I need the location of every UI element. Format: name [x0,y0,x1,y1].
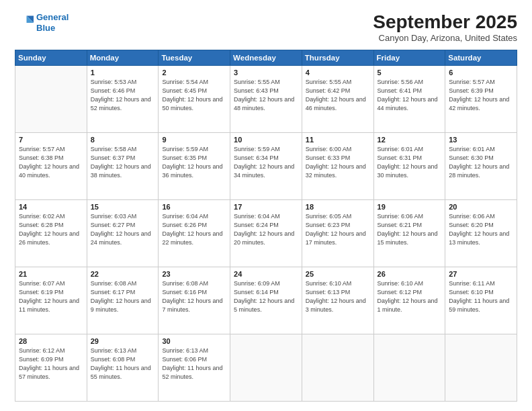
calendar-cell: 25 Sunrise: 6:10 AMSunset: 6:13 PMDaylig… [302,267,373,334]
day-info: Sunrise: 6:07 AMSunset: 6:19 PMDaylight:… [19,280,79,313]
calendar-header-row: Sunday Monday Tuesday Wednesday Thursday… [15,50,517,65]
day-number: 14 [19,203,83,211]
day-info: Sunrise: 5:56 AMSunset: 6:41 PMDaylight:… [378,79,438,111]
day-number: 30 [162,337,226,345]
day-number: 29 [91,337,155,345]
calendar-cell [302,334,373,401]
calendar-cell: 6 Sunrise: 5:57 AMSunset: 6:39 PMDayligh… [445,65,517,132]
calendar-cell: 5 Sunrise: 5:56 AMSunset: 6:41 PMDayligh… [373,65,445,132]
day-number: 22 [91,270,155,278]
day-info: Sunrise: 6:02 AMSunset: 6:28 PMDaylight:… [19,213,79,246]
calendar-cell: 28 Sunrise: 6:12 AMSunset: 6:09 PMDaylig… [15,334,87,401]
day-number: 7 [19,136,83,144]
day-info: Sunrise: 6:09 AMSunset: 6:14 PMDaylight:… [234,280,294,313]
calendar-cell: 1 Sunrise: 5:53 AMSunset: 6:46 PMDayligh… [87,65,159,132]
calendar-cell [373,334,445,401]
calendar-cell: 7 Sunrise: 5:57 AMSunset: 6:38 PMDayligh… [15,132,87,199]
logo-icon [15,13,34,32]
logo-line2: Blue [36,23,55,33]
day-number: 21 [19,270,83,278]
header-monday: Monday [87,50,159,65]
page: General Blue September 2025 Canyon Day, … [0,0,532,411]
day-number: 23 [162,270,226,278]
calendar-cell: 17 Sunrise: 6:04 AMSunset: 6:24 PMDaylig… [230,199,302,267]
day-info: Sunrise: 5:57 AMSunset: 6:38 PMDaylight:… [19,146,79,179]
day-info: Sunrise: 6:12 AMSunset: 6:09 PMDaylight:… [19,347,79,380]
day-number: 28 [19,337,83,345]
day-number: 18 [306,203,370,211]
header-tuesday: Tuesday [159,50,230,65]
day-number: 16 [162,203,226,211]
day-info: Sunrise: 6:08 AMSunset: 6:17 PMDaylight:… [91,280,151,313]
day-number: 8 [91,136,155,144]
calendar-cell: 11 Sunrise: 6:00 AMSunset: 6:33 PMDaylig… [302,132,373,199]
calendar-cell: 18 Sunrise: 6:05 AMSunset: 6:23 PMDaylig… [302,199,373,267]
day-info: Sunrise: 6:03 AMSunset: 6:27 PMDaylight:… [91,213,151,246]
day-info: Sunrise: 6:10 AMSunset: 6:13 PMDaylight:… [306,280,366,313]
calendar-cell: 13 Sunrise: 6:01 AMSunset: 6:30 PMDaylig… [445,132,517,199]
day-info: Sunrise: 5:55 AMSunset: 6:42 PMDaylight:… [306,79,366,111]
day-info: Sunrise: 6:01 AMSunset: 6:30 PMDaylight:… [449,146,509,179]
day-number: 25 [306,270,370,278]
calendar-cell: 2 Sunrise: 5:54 AMSunset: 6:45 PMDayligh… [159,65,230,132]
header-wednesday: Wednesday [230,50,302,65]
calendar-cell [230,334,302,401]
day-info: Sunrise: 5:59 AMSunset: 6:35 PMDaylight:… [162,146,222,179]
day-number: 17 [234,203,298,211]
calendar-cell: 15 Sunrise: 6:03 AMSunset: 6:27 PMDaylig… [87,199,159,267]
day-number: 3 [234,68,298,77]
calendar-week-2: 14 Sunrise: 6:02 AMSunset: 6:28 PMDaylig… [15,199,517,267]
day-number: 2 [162,68,226,77]
day-info: Sunrise: 6:13 AMSunset: 6:08 PMDaylight:… [91,347,151,380]
calendar-cell [15,65,87,132]
day-number: 9 [162,136,226,144]
day-number: 11 [306,136,370,144]
day-number: 4 [306,68,370,77]
calendar-cell: 19 Sunrise: 6:06 AMSunset: 6:21 PMDaylig… [373,199,445,267]
calendar-cell: 23 Sunrise: 6:08 AMSunset: 6:16 PMDaylig… [159,267,230,334]
calendar-cell: 12 Sunrise: 6:01 AMSunset: 6:31 PMDaylig… [373,132,445,199]
day-number: 24 [234,270,298,278]
day-info: Sunrise: 6:13 AMSunset: 6:06 PMDaylight:… [162,347,222,380]
calendar-cell: 24 Sunrise: 6:09 AMSunset: 6:14 PMDaylig… [230,267,302,334]
logo-text: General Blue [36,12,69,33]
page-subtitle: Canyon Day, Arizona, United States [373,33,517,43]
day-number: 10 [234,136,298,144]
day-number: 13 [449,136,513,144]
calendar-cell: 16 Sunrise: 6:04 AMSunset: 6:26 PMDaylig… [159,199,230,267]
calendar-cell: 29 Sunrise: 6:13 AMSunset: 6:08 PMDaylig… [87,334,159,401]
calendar-cell: 27 Sunrise: 6:11 AMSunset: 6:10 PMDaylig… [445,267,517,334]
logo-line1: General [36,12,69,22]
header-thursday: Thursday [302,50,373,65]
calendar-week-1: 7 Sunrise: 5:57 AMSunset: 6:38 PMDayligh… [15,132,517,199]
calendar-cell: 20 Sunrise: 6:06 AMSunset: 6:20 PMDaylig… [445,199,517,267]
calendar-cell: 4 Sunrise: 5:55 AMSunset: 6:42 PMDayligh… [302,65,373,132]
page-title: September 2025 [373,12,517,33]
day-number: 26 [378,270,442,278]
day-info: Sunrise: 6:06 AMSunset: 6:20 PMDaylight:… [449,213,509,246]
day-number: 12 [378,136,442,144]
day-info: Sunrise: 5:54 AMSunset: 6:45 PMDaylight:… [162,79,222,111]
day-info: Sunrise: 5:58 AMSunset: 6:37 PMDaylight:… [91,146,151,179]
day-number: 27 [449,270,513,278]
day-number: 19 [378,203,442,211]
header-saturday: Saturday [445,50,517,65]
header: General Blue September 2025 Canyon Day, … [15,12,517,43]
day-info: Sunrise: 6:00 AMSunset: 6:33 PMDaylight:… [306,146,366,179]
calendar-week-3: 21 Sunrise: 6:07 AMSunset: 6:19 PMDaylig… [15,267,517,334]
calendar-cell: 3 Sunrise: 5:55 AMSunset: 6:43 PMDayligh… [230,65,302,132]
calendar-cell: 26 Sunrise: 6:10 AMSunset: 6:12 PMDaylig… [373,267,445,334]
day-info: Sunrise: 6:11 AMSunset: 6:10 PMDaylight:… [449,280,509,313]
calendar-cell: 10 Sunrise: 5:59 AMSunset: 6:34 PMDaylig… [230,132,302,199]
calendar-cell: 21 Sunrise: 6:07 AMSunset: 6:19 PMDaylig… [15,267,87,334]
day-info: Sunrise: 6:05 AMSunset: 6:23 PMDaylight:… [306,213,366,246]
calendar-week-0: 1 Sunrise: 5:53 AMSunset: 6:46 PMDayligh… [15,65,517,132]
day-info: Sunrise: 6:10 AMSunset: 6:12 PMDaylight:… [378,280,438,313]
header-friday: Friday [373,50,445,65]
day-info: Sunrise: 5:53 AMSunset: 6:46 PMDaylight:… [91,79,151,111]
calendar-cell [445,334,517,401]
title-block: September 2025 Canyon Day, Arizona, Unit… [373,12,517,43]
day-info: Sunrise: 5:57 AMSunset: 6:39 PMDaylight:… [449,79,509,111]
calendar-cell: 30 Sunrise: 6:13 AMSunset: 6:06 PMDaylig… [159,334,230,401]
day-number: 6 [449,68,513,77]
